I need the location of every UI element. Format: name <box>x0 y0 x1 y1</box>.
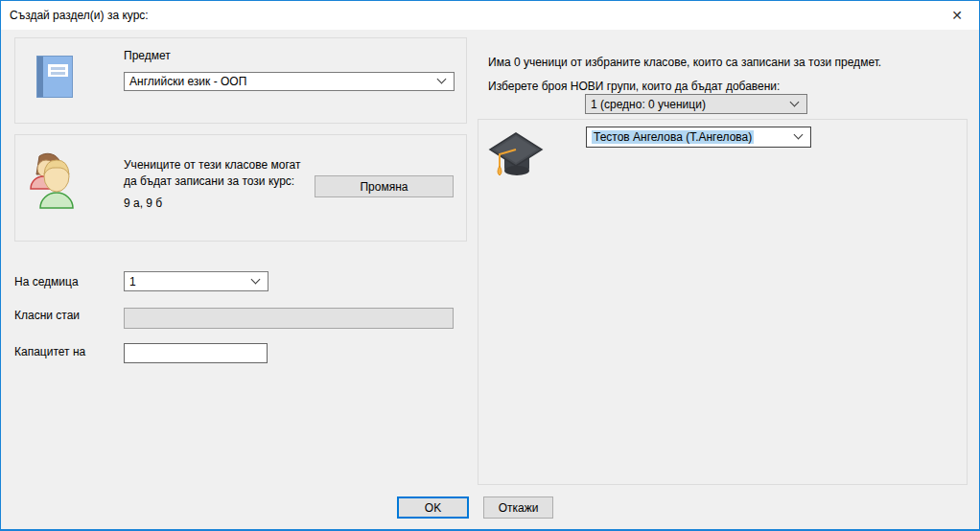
chevron-down-icon <box>251 274 261 284</box>
per-week-combobox[interactable]: 1 <box>124 271 268 291</box>
close-icon: ✕ <box>951 8 963 23</box>
classes-description-line1: Учениците от тези класове могат <box>124 158 300 172</box>
capacity-input[interactable] <box>124 343 268 363</box>
classes-description-line2: да бъдат записани за този курс: <box>124 174 294 188</box>
group-panel <box>478 119 968 485</box>
per-week-combobox-value: 1 <box>129 275 136 289</box>
new-groups-prompt: Изберете броя НОВИ групи, които да бъдат… <box>488 80 780 93</box>
titlebar: Създай раздел(и) за курс: ✕ <box>1 1 979 30</box>
cancel-button-label: Откажи <box>499 501 539 515</box>
graduation-cap-icon <box>485 128 547 182</box>
enrolled-info-text: Има 0 ученици от избраните класове, коит… <box>488 56 881 69</box>
capacity-label: Капацитет на <box>14 345 85 358</box>
ok-button[interactable]: OK <box>397 496 469 519</box>
create-course-section-dialog: Създай раздел(и) за курс: ✕ Предмет Англ… <box>0 0 980 531</box>
classrooms-field <box>124 308 454 329</box>
teacher-combobox[interactable]: Тестов Ангелова (Т.Ангелова) <box>586 127 811 148</box>
book-icon <box>36 56 73 98</box>
chevron-down-icon <box>790 97 800 106</box>
close-button[interactable]: ✕ <box>941 3 973 28</box>
subject-combobox[interactable]: Английски език - ООП <box>124 72 455 91</box>
dialog-title: Създай раздел(и) за курс: <box>10 1 149 30</box>
change-button-label: Промяна <box>360 180 408 194</box>
chevron-down-icon <box>794 130 804 140</box>
classrooms-label: Класни стаи <box>14 309 80 322</box>
subject-label: Предмет <box>124 49 171 62</box>
students-icon <box>28 150 78 210</box>
subject-combobox-value: Английски език - ООП <box>129 75 246 88</box>
change-button[interactable]: Промяна <box>315 175 454 197</box>
per-week-label: На седмица <box>14 275 79 289</box>
groups-count-value: 1 (средно: 0 ученици) <box>591 98 706 111</box>
chevron-down-icon <box>437 75 447 84</box>
ok-button-label: OK <box>425 501 441 515</box>
classes-value: 9 а, 9 б <box>124 196 162 210</box>
groups-count-combobox[interactable]: 1 (средно: 0 ученици) <box>585 94 807 114</box>
teacher-combobox-value: Тестов Ангелова (Т.Ангелова) <box>592 130 754 144</box>
cancel-button[interactable]: Откажи <box>483 496 553 519</box>
